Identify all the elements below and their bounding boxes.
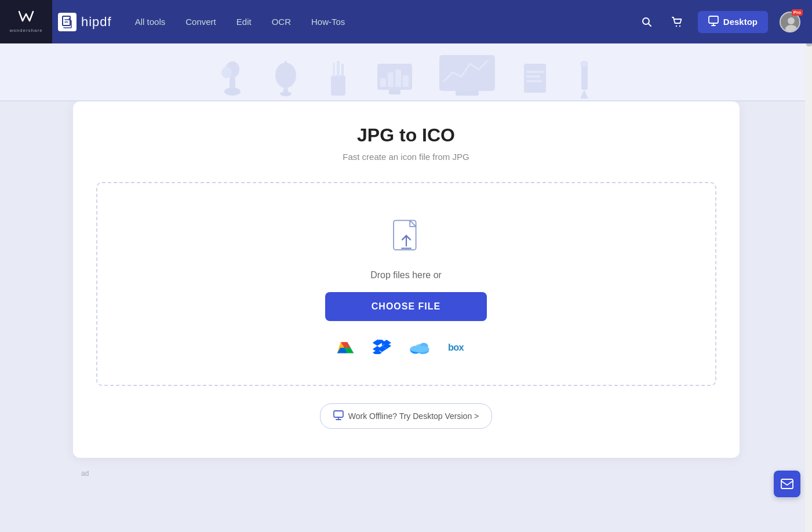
hipdf-brand[interactable]: hipdf — [58, 13, 112, 31]
box-button[interactable]: box — [448, 340, 477, 354]
nav-ocr[interactable]: OCR — [272, 17, 291, 27]
deco-pencil-cup — [325, 58, 351, 99]
main-content: JPG to ICO Fast create an icon file from… — [0, 101, 812, 532]
svg-point-14 — [280, 92, 292, 96]
svg-rect-18 — [341, 64, 344, 77]
desktop-offline-icon — [333, 410, 344, 422]
svg-rect-31 — [526, 80, 542, 82]
upload-area[interactable]: Drop files here or CHOOSE FILE — [96, 182, 716, 386]
page-title: JPG to ICO — [96, 125, 716, 146]
deco-pen — [574, 55, 595, 99]
svg-rect-42 — [334, 411, 343, 417]
upload-icon — [386, 218, 427, 258]
svg-rect-22 — [388, 72, 394, 87]
svg-point-6 — [788, 17, 795, 24]
offline-button[interactable]: Work Offline? Try Desktop Version > — [320, 403, 493, 429]
svg-point-40 — [410, 346, 429, 352]
svg-point-11 — [224, 88, 241, 96]
svg-rect-19 — [333, 63, 335, 77]
deco-plant — [218, 58, 247, 99]
ws-icon — [18, 10, 34, 27]
desktop-icon — [708, 16, 719, 28]
deco-line — [0, 100, 812, 101]
svg-rect-43 — [781, 479, 793, 489]
hipdf-icon — [58, 13, 77, 31]
wondershare-logo[interactable]: wondershare — [0, 0, 52, 43]
svg-point-34 — [580, 61, 588, 67]
cloud-icons: box — [336, 338, 477, 356]
email-fab-button[interactable] — [774, 471, 800, 497]
svg-rect-28 — [524, 64, 546, 93]
cart-button[interactable] — [668, 13, 686, 31]
user-avatar-wrapper: Pro — [780, 12, 800, 32]
ws-text: wondershare — [9, 28, 42, 33]
ad-label: ad — [35, 469, 777, 478]
desktop-label: Desktop — [723, 17, 758, 27]
svg-rect-27 — [456, 91, 479, 96]
desktop-button[interactable]: Desktop — [698, 11, 768, 33]
navbar: wondershare hipdf All tools Convert Edit… — [0, 0, 812, 43]
svg-point-12 — [275, 63, 296, 88]
onedrive-button[interactable] — [409, 339, 431, 355]
deco-document — [519, 58, 551, 99]
nav-actions: Desktop Pro — [638, 11, 800, 33]
svg-text:box: box — [448, 342, 464, 352]
svg-point-2 — [676, 25, 677, 26]
deco-barchart — [374, 58, 415, 99]
deco-lamp — [270, 55, 302, 99]
svg-rect-35 — [394, 220, 416, 250]
search-button[interactable] — [638, 13, 656, 31]
scrollbar[interactable] — [805, 0, 812, 532]
svg-rect-0 — [63, 16, 70, 25]
nav-all-tools[interactable]: All tools — [135, 17, 166, 27]
header-decoration — [0, 43, 812, 101]
offline-text: Work Offline? Try Desktop Version > — [348, 411, 479, 421]
svg-rect-30 — [526, 75, 540, 78]
offline-banner: Work Offline? Try Desktop Version > — [96, 403, 716, 429]
nav-links: All tools Convert Edit OCR How-Tos — [135, 17, 638, 27]
nav-edit[interactable]: Edit — [236, 17, 252, 27]
choose-file-button[interactable]: CHOOSE FILE — [325, 292, 487, 321]
svg-rect-24 — [403, 75, 409, 87]
svg-rect-17 — [337, 61, 340, 77]
svg-rect-25 — [389, 90, 400, 94]
svg-point-3 — [679, 25, 680, 26]
google-drive-button[interactable] — [336, 338, 355, 356]
svg-rect-23 — [395, 70, 401, 87]
svg-rect-21 — [380, 78, 386, 87]
svg-rect-32 — [581, 64, 588, 90]
svg-point-9 — [221, 67, 232, 78]
svg-marker-33 — [580, 90, 588, 99]
hipdf-name: hipdf — [81, 14, 112, 30]
drop-text: Drop files here or — [370, 270, 442, 280]
page-subtitle: Fast create an icon file from JPG — [96, 152, 716, 162]
nav-how-tos[interactable]: How-Tos — [311, 17, 345, 27]
svg-rect-15 — [285, 61, 287, 65]
svg-rect-29 — [526, 71, 544, 73]
converter-card: JPG to ICO Fast create an icon file from… — [73, 101, 740, 458]
deco-linechart — [438, 52, 496, 99]
svg-rect-16 — [331, 75, 345, 96]
nav-convert[interactable]: Convert — [185, 17, 216, 27]
pro-badge: Pro — [792, 9, 803, 16]
svg-rect-4 — [709, 16, 718, 23]
dropbox-button[interactable] — [373, 338, 391, 356]
deco-icons — [218, 52, 595, 101]
